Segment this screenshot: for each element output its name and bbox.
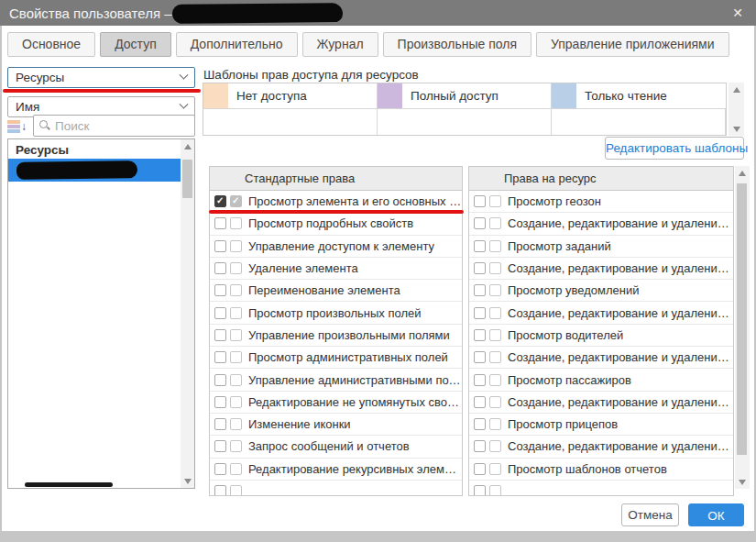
right-row[interactable] (210, 481, 462, 496)
user-right-checkbox[interactable] (474, 240, 486, 252)
user-right-checkbox[interactable] (214, 374, 226, 386)
effective-right-checkbox[interactable] (489, 374, 501, 386)
user-right-checkbox[interactable] (474, 217, 486, 229)
right-row[interactable]: Просмотр водителей (469, 325, 733, 347)
user-right-checkbox[interactable] (214, 195, 226, 207)
user-right-checkbox[interactable] (214, 307, 226, 319)
right-row[interactable]: Удаление элемента (210, 258, 462, 280)
right-row[interactable]: Просмотр уведомлений (469, 280, 733, 302)
right-row[interactable]: Управление административными полями (210, 369, 462, 391)
right-row[interactable]: Просмотр прицепов (469, 414, 733, 436)
effective-right-checkbox[interactable] (489, 485, 501, 496)
user-right-checkbox[interactable] (214, 351, 226, 363)
effective-right-checkbox[interactable] (489, 351, 501, 363)
template-item[interactable]: Только чтение (552, 83, 726, 109)
right-row[interactable]: Создание, редактирование и удаление у... (469, 302, 733, 324)
effective-right-checkbox[interactable] (230, 374, 242, 386)
effective-right-checkbox[interactable] (489, 396, 501, 408)
effective-right-checkbox[interactable] (489, 329, 501, 341)
user-right-checkbox[interactable] (214, 329, 226, 341)
user-right-checkbox[interactable] (474, 440, 486, 452)
tab[interactable]: Доступ (100, 32, 171, 57)
effective-right-checkbox[interactable] (230, 351, 242, 363)
effective-right-checkbox[interactable] (489, 418, 501, 430)
user-right-checkbox[interactable] (214, 217, 226, 229)
right-row[interactable]: Просмотр произвольных полей (210, 302, 462, 324)
effective-right-checkbox[interactable] (230, 329, 242, 341)
cancel-button[interactable]: Отмена (621, 503, 679, 526)
ok-button[interactable]: ОК (688, 503, 744, 526)
right-row[interactable]: Редактирование рекурсивных элементов (210, 459, 462, 481)
template-item[interactable]: Нет доступа (203, 83, 378, 109)
user-right-checkbox[interactable] (474, 485, 486, 496)
right-row[interactable]: Создание, редактирование и удаление п... (469, 436, 733, 458)
user-right-checkbox[interactable] (214, 418, 226, 430)
right-row[interactable]: Создание, редактирование и удаление г... (469, 213, 733, 235)
effective-right-checkbox[interactable] (489, 195, 501, 207)
user-right-checkbox[interactable] (214, 284, 226, 296)
user-right-checkbox[interactable] (214, 463, 226, 475)
right-row[interactable]: Просмотр заданий (469, 236, 733, 258)
close-icon[interactable]: ✕ (727, 0, 749, 26)
user-right-checkbox[interactable] (474, 284, 486, 296)
right-row[interactable]: Просмотр подробных свойств (210, 213, 462, 235)
effective-right-checkbox[interactable] (489, 307, 501, 319)
user-right-checkbox[interactable] (474, 351, 486, 363)
effective-right-checkbox[interactable] (489, 262, 501, 274)
user-right-checkbox[interactable] (474, 262, 486, 274)
scrollbar-thumb[interactable] (737, 183, 747, 455)
right-row[interactable]: Изменение иконки (210, 414, 462, 436)
tab[interactable]: Произвольные поля (383, 32, 531, 57)
right-row[interactable]: Запрос сообщений и отчетов (210, 436, 462, 458)
edit-templates-button[interactable]: Редактировать шаблоны (605, 137, 744, 160)
tab[interactable]: Журнал (302, 32, 378, 57)
user-right-checkbox[interactable] (214, 240, 226, 252)
effective-right-checkbox[interactable] (489, 217, 501, 229)
right-row[interactable]: Создание, редактирование и удаление п... (469, 392, 733, 414)
right-row[interactable]: Редактирование не упомянутых свойств (210, 392, 462, 414)
templates-scrollbar[interactable] (729, 83, 744, 136)
search-input[interactable] (55, 119, 189, 133)
scroll-down-icon[interactable] (735, 475, 750, 489)
effective-right-checkbox[interactable] (230, 485, 242, 496)
template-item[interactable]: Полный доступ (378, 83, 552, 109)
user-right-checkbox[interactable] (474, 374, 486, 386)
effective-right-checkbox[interactable] (230, 418, 242, 430)
right-row[interactable]: Переименование элемента (210, 280, 462, 302)
user-right-checkbox[interactable] (474, 195, 486, 207)
effective-right-checkbox[interactable] (489, 284, 501, 296)
effective-right-checkbox[interactable] (230, 463, 242, 475)
right-row[interactable]: Просмотр геозон (469, 191, 733, 213)
effective-right-checkbox[interactable] (489, 463, 501, 475)
right-row[interactable]: Просмотр административных полей (210, 347, 462, 369)
right-row[interactable]: Создание, редактирование и удаление в... (469, 347, 733, 369)
user-right-checkbox[interactable] (474, 329, 486, 341)
user-right-checkbox[interactable] (474, 463, 486, 475)
scroll-down-icon[interactable] (181, 474, 194, 488)
resource-rights-scrollbar[interactable] (735, 166, 750, 489)
right-row[interactable]: Просмотр шаблонов отчетов (469, 459, 733, 481)
item-type-select[interactable]: Ресурсы (7, 67, 195, 88)
scroll-down-icon[interactable] (729, 122, 744, 136)
right-row[interactable]: Создание, редактирование и удаление з... (469, 258, 733, 280)
right-row[interactable]: Просмотр пассажиров (469, 369, 733, 391)
right-row[interactable] (469, 481, 733, 496)
effective-right-checkbox[interactable] (230, 240, 242, 252)
user-right-checkbox[interactable] (474, 396, 486, 408)
effective-right-checkbox[interactable] (230, 284, 242, 296)
scrollbar-thumb[interactable] (182, 160, 192, 198)
right-row[interactable]: Управление доступом к элементу (210, 236, 462, 258)
resource-list-scrollbar[interactable] (181, 139, 194, 488)
tab[interactable]: Дополнительно (176, 32, 298, 57)
effective-right-checkbox[interactable] (489, 440, 501, 452)
effective-right-checkbox[interactable] (230, 396, 242, 408)
effective-right-checkbox[interactable] (230, 440, 242, 452)
user-right-checkbox[interactable] (474, 307, 486, 319)
effective-right-checkbox[interactable] (230, 195, 242, 207)
tab[interactable]: Основное (7, 32, 95, 57)
scroll-up-icon[interactable] (729, 83, 744, 96)
effective-right-checkbox[interactable] (489, 240, 501, 252)
user-right-checkbox[interactable] (214, 396, 226, 408)
user-right-checkbox[interactable] (214, 262, 226, 274)
scroll-up-icon[interactable] (181, 139, 194, 153)
